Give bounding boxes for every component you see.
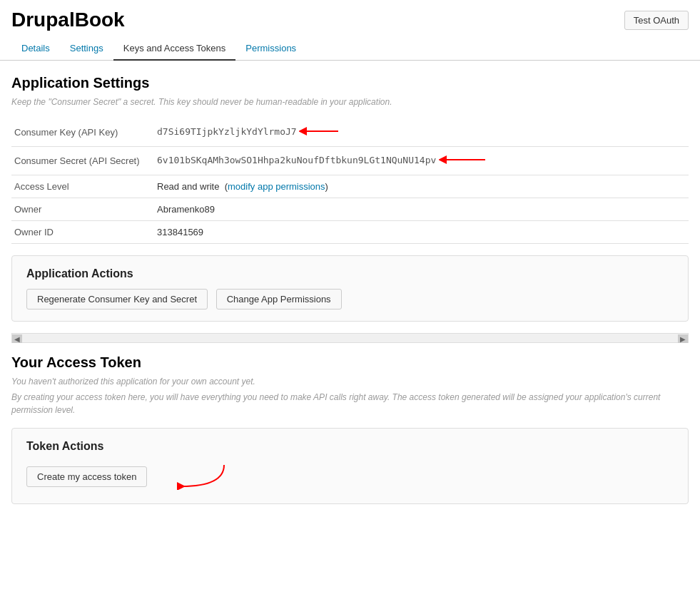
token-actions-row: Create my access token: [26, 461, 674, 492]
create-access-token-btn[interactable]: Create my access token: [26, 466, 147, 487]
access-level-label: Access Level: [11, 175, 154, 198]
owner-id-value: 313841569: [154, 221, 689, 244]
regenerate-btn[interactable]: Regenerate Consumer Key and Secret: [26, 289, 208, 309]
access-level-value: Read and write: [157, 181, 219, 192]
access-token-section: Your Access Token You haven't authorized…: [11, 354, 689, 416]
app-settings-section: Application Settings Keep the "Consumer …: [11, 75, 689, 244]
app-actions-title: Application Actions: [26, 267, 674, 280]
app-title: DrupalBook: [11, 9, 125, 31]
access-token-description: By creating your access token here, you …: [11, 391, 689, 416]
consumer-secret-label: Consumer Secret (API Secret): [11, 147, 154, 175]
consumer-secret-value: 6v101bSKqAMh3owSO1Hhpa2kuNoufDftbkun9LGt…: [157, 155, 436, 165]
main-content: Application Settings Keep the "Consumer …: [0, 61, 700, 530]
header: DrupalBook Test OAuth: [0, 0, 700, 37]
app-actions-box: Application Actions Regenerate Consumer …: [11, 255, 689, 322]
change-permissions-btn[interactable]: Change App Permissions: [216, 289, 342, 309]
consumer-key-row: Consumer Key (API Key) d7Si69TIjpkYzljkY…: [11, 118, 689, 147]
owner-id-row: Owner ID 313841569: [11, 221, 689, 244]
horizontal-scrollbar[interactable]: ◀ ▶: [11, 333, 689, 343]
access-level-row: Access Level Read and write (modify app …: [11, 175, 689, 198]
tab-permissions[interactable]: Permissions: [235, 37, 306, 61]
tab-settings[interactable]: Settings: [60, 37, 113, 61]
test-oauth-button[interactable]: Test OAuth: [624, 11, 689, 30]
arrow-consumer-key: [299, 124, 342, 140]
arrow-create-token: [167, 461, 238, 492]
token-actions-box: Token Actions Create my access token: [11, 428, 689, 504]
modify-permissions-link[interactable]: modify app permissions: [228, 181, 325, 192]
arrow-consumer-secret: [439, 153, 489, 169]
app-settings-title: Application Settings: [11, 75, 689, 91]
owner-row: Owner Abramenko89: [11, 198, 689, 221]
app-settings-table: Consumer Key (API Key) d7Si69TIjpkYzljkY…: [11, 118, 689, 244]
consumer-key-value: d7Si69TIjpkYzljkYdYlrmoJ7: [157, 126, 297, 137]
scroll-right-btn[interactable]: ▶: [678, 334, 688, 343]
owner-label: Owner: [11, 198, 154, 221]
tabs-bar: Details Settings Keys and Access Tokens …: [0, 37, 700, 61]
token-actions-title: Token Actions: [26, 440, 674, 453]
owner-id-label: Owner ID: [11, 221, 154, 244]
app-actions-buttons: Regenerate Consumer Key and Secret Chang…: [26, 289, 674, 309]
access-token-title: Your Access Token: [11, 354, 689, 371]
app-settings-subtitle: Keep the "Consumer Secret" a secret. Thi…: [11, 97, 689, 107]
tab-details[interactable]: Details: [11, 37, 60, 61]
consumer-secret-row: Consumer Secret (API Secret) 6v101bSKqAM…: [11, 147, 689, 175]
tab-keys-tokens[interactable]: Keys and Access Tokens: [113, 37, 236, 61]
not-authorized-text: You haven't authorized this application …: [11, 377, 689, 387]
consumer-key-label: Consumer Key (API Key): [11, 118, 154, 147]
owner-value: Abramenko89: [154, 198, 689, 221]
scroll-left-btn[interactable]: ◀: [12, 334, 22, 343]
